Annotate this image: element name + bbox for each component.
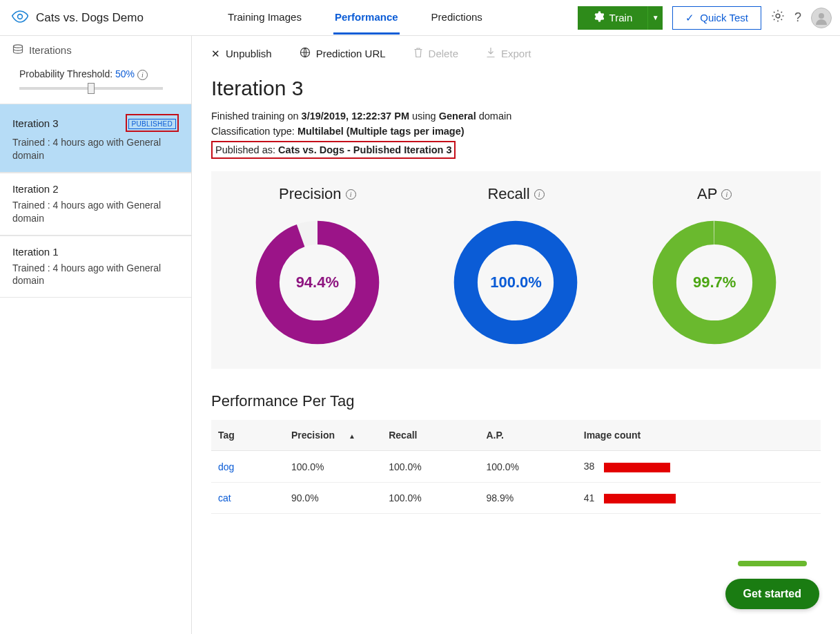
svg-point-3 [14,45,23,48]
app-logo-icon [11,10,29,26]
sidebar: Iterations Probability Threshold: 50% i … [0,36,192,634]
probability-threshold: Probability Threshold: 50% i [0,64,191,80]
export-label: Export [501,48,531,59]
iteration-item-1[interactable]: Iteration 1 Trained : 4 hours ago with G… [0,236,191,298]
col-precision[interactable]: Precision▲ [284,420,382,451]
table-row: cat 90.0% 100.0% 98.9% 41 [211,482,821,513]
meta-time: 3/19/2019, 12:22:37 PM [302,111,409,122]
col-tag[interactable]: Tag [211,420,284,451]
performance-per-tag-title: Performance Per Tag [192,369,840,420]
meta-domain: General [439,111,476,122]
meta-text: using [409,111,439,122]
iteration-name: Iteration 3 [12,117,59,129]
meta-classification: Multilabel (Multiple tags per image) [297,126,465,137]
trash-icon [413,47,423,60]
col-recall[interactable]: Recall [382,420,479,451]
cell-recall: 100.0% [382,482,479,513]
meta-text: Published as: [215,144,278,155]
published-badge: PUBLISHED [128,119,176,129]
tab-predictions[interactable]: Predictions [430,1,484,35]
metric-recall: Recall i 100.0% [426,185,605,348]
tag-link[interactable]: cat [218,492,231,503]
train-button-label: Train [609,12,633,23]
iteration-toolbar: ✕ Unpublish Prediction URL Delete Export [192,36,840,60]
unpublish-label: Unpublish [226,48,272,59]
threshold-label: Probability Threshold: [19,68,113,79]
sort-caret-icon: ▲ [349,432,355,440]
recall-value: 100.0% [450,217,581,348]
meta-text: Finished training on [211,111,302,122]
help-icon[interactable]: ? [794,10,801,25]
iteration-title: Iteration 3 [192,60,840,108]
info-icon[interactable]: i [137,70,148,80]
precision-value: 94.4% [252,217,383,348]
project-title: Cats vs. Dogs Demo [36,11,144,25]
threshold-slider[interactable] [19,87,163,90]
ap-value: 99.7% [649,217,780,348]
iteration-subtext: Trained : 4 hours ago with General domai… [12,199,179,225]
table-row: dog 100.0% 100.0% 100.0% 38 [211,451,821,482]
unpublish-button[interactable]: ✕ Unpublish [211,47,272,60]
highlight-box: PUBLISHED [126,114,179,132]
metric-label: Recall [487,185,529,203]
export-button: Export [486,47,531,60]
avatar[interactable] [811,8,832,28]
threshold-value: 50% [115,68,135,79]
cell-ap: 98.9% [479,482,576,513]
settings-icon[interactable] [771,9,785,26]
iteration-name: Iteration 1 [12,246,179,258]
meta-text: Classification type: [211,126,297,137]
train-button[interactable]: Train [578,6,648,30]
nav-tabs: Training Images Performance Predictions [226,1,484,35]
train-button-group: Train ▼ [578,6,663,30]
cell-precision: 90.0% [284,482,382,513]
metric-label: AP [697,185,717,203]
iteration-subtext: Trained : 4 hours ago with General domai… [12,136,179,162]
download-icon [486,47,496,60]
meta-text: domain [476,111,512,122]
check-icon: ✓ [685,12,694,24]
iteration-subtext: Trained : 4 hours ago with General domai… [12,262,179,288]
svg-point-2 [819,13,824,19]
gear-icon [593,11,604,24]
iterations-icon [12,44,23,56]
iteration-meta: Finished training on 3/19/2019, 12:22:37… [192,108,840,159]
svg-point-0 [18,14,23,19]
iteration-item-2[interactable]: Iteration 2 Trained : 4 hours ago with G… [0,173,191,236]
close-icon: ✕ [211,48,220,60]
slider-thumb[interactable] [88,83,95,94]
published-name: Cats vs. Dogs - Published Iteration 3 [278,144,451,155]
col-image-count[interactable]: Image count [577,420,821,451]
cell-recall: 100.0% [382,451,479,482]
main-panel: ✕ Unpublish Prediction URL Delete Export… [192,36,840,634]
metric-precision: Precision i 94.4% [228,185,407,348]
get-started-button[interactable]: Get started [725,579,819,609]
sidebar-heading: Iterations [0,36,191,64]
cell-ap: 100.0% [479,451,576,482]
col-ap[interactable]: A.P. [479,420,576,451]
published-as-highlight: Published as: Cats vs. Dogs - Published … [211,141,456,159]
iteration-item-3[interactable]: Iteration 3 PUBLISHED Trained : 4 hours … [0,104,191,173]
tag-link[interactable]: dog [218,461,234,472]
top-bar: Cats vs. Dogs Demo Training Images Perfo… [0,0,840,36]
cell-count: 41 [577,482,821,513]
cell-precision: 100.0% [284,451,382,482]
info-icon[interactable]: i [346,189,356,200]
tab-performance[interactable]: Performance [333,1,400,35]
cell-count: 38 [577,451,821,482]
tab-training-images[interactable]: Training Images [226,1,303,35]
info-icon[interactable]: i [534,189,545,200]
delete-label: Delete [429,48,458,59]
prediction-url-label: Prediction URL [316,48,386,59]
quick-test-button[interactable]: ✓ Quick Test [672,6,761,30]
iteration-name: Iteration 2 [12,183,179,195]
count-bar-icon [604,463,670,472]
quick-test-label: Quick Test [700,12,748,23]
delete-button: Delete [413,47,458,60]
train-dropdown-button[interactable]: ▼ [647,6,663,30]
prediction-url-button[interactable]: Prediction URL [300,47,386,60]
metric-label: Precision [279,185,341,203]
info-icon[interactable]: i [721,189,732,200]
svg-point-1 [776,14,780,18]
globe-icon [300,47,311,60]
